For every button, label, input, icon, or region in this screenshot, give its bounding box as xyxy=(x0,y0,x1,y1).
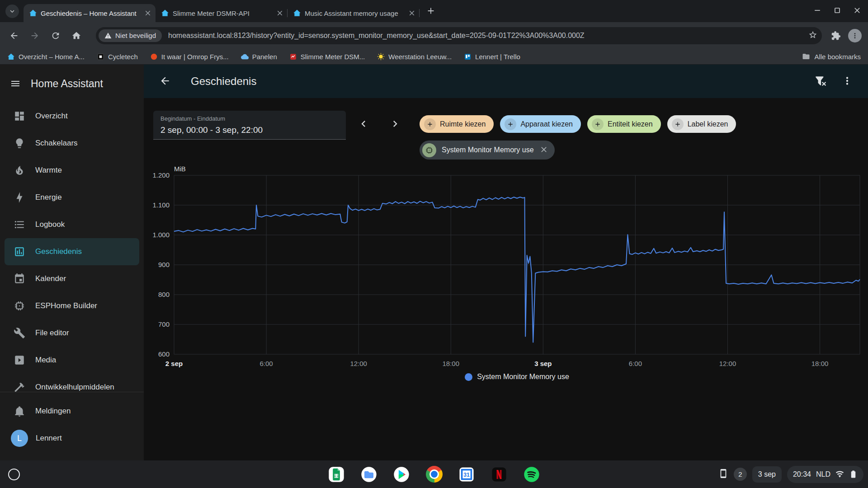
svg-text:600: 600 xyxy=(158,350,170,358)
tab-close-icon[interactable] xyxy=(276,9,284,17)
tab-close-icon[interactable] xyxy=(144,9,152,17)
bookmark-lennert-trello[interactable]: Lennert | Trello xyxy=(464,53,520,61)
spotify-icon xyxy=(523,465,541,483)
entity-filter-chip[interactable]: System Monitor Memory use xyxy=(420,141,555,160)
sidebar-item-file-editor[interactable]: File editor xyxy=(5,319,139,347)
bookmark-weerstation-leeuw[interactable]: Weerstation Leeuw... xyxy=(377,53,452,61)
sidebar-item-icon xyxy=(14,381,25,392)
tab-close-icon[interactable] xyxy=(408,9,416,17)
clock: 20:34 xyxy=(793,470,811,479)
calendar-date-button[interactable]: 3 sep xyxy=(752,466,782,483)
home-button[interactable] xyxy=(69,28,84,43)
previous-period-button[interactable] xyxy=(354,114,373,134)
play-icon xyxy=(392,465,410,483)
browser-tab-geschiedenis-home-assistant[interactable]: Geschiedenis – Home Assistant xyxy=(24,4,156,22)
sidebar-item-icon xyxy=(14,300,25,312)
bookmark-star-button[interactable] xyxy=(808,30,817,41)
bookmark-favicon xyxy=(241,53,249,61)
shelf-app-spotify[interactable] xyxy=(522,465,542,484)
filter-chip-apparaat-kiezen[interactable]: Apparaat kiezen xyxy=(500,115,581,133)
svg-text:18:00: 18:00 xyxy=(442,360,459,367)
home-assistant-favicon xyxy=(161,9,169,17)
shelf-app-chrome[interactable] xyxy=(424,465,444,484)
launcher-button[interactable] xyxy=(8,469,20,480)
bookmarks-bar: Overzicht – Home A... Cycletech It waar … xyxy=(0,49,868,65)
svg-text:3 sep: 3 sep xyxy=(534,360,552,367)
entity-chip-remove-button[interactable] xyxy=(539,145,548,155)
shelf-app-files[interactable] xyxy=(359,465,379,484)
legend-dot xyxy=(465,373,472,381)
sidebar-header: Home Assistant xyxy=(0,65,144,103)
window-close-button[interactable] xyxy=(853,6,862,16)
browser-tab-music-assistant-memory-usage[interactable]: Music Assistant memory usage xyxy=(288,4,420,22)
window-maximize-button[interactable] xyxy=(833,6,842,16)
bookmark-it-waar-omrop-frys[interactable]: It waar | Omrop Frys... xyxy=(150,53,229,61)
sidebar-item-esphome-builder[interactable]: ESPHome Builder xyxy=(5,292,139,319)
page-back-button[interactable] xyxy=(159,75,171,88)
bookmark-label: Lennert | Trello xyxy=(475,53,520,61)
forward-button[interactable] xyxy=(27,28,42,43)
shelf-app-sheets[interactable] xyxy=(326,465,346,484)
date-range-label: Begindatum - Einddatum xyxy=(160,115,339,122)
chart-legend[interactable]: System Monitor Memory use xyxy=(174,373,860,381)
entity-icon-circle xyxy=(422,143,436,157)
sidebar-item-label: Geschiedenis xyxy=(35,247,82,256)
bookmark-overzicht-home-a[interactable]: Overzicht – Home A... xyxy=(7,53,85,61)
remove-filters-button[interactable] xyxy=(815,75,826,88)
bookmark-label: Panelen xyxy=(252,53,277,61)
next-period-button[interactable] xyxy=(385,114,405,134)
notification-counter[interactable]: 2 xyxy=(734,468,747,481)
chrome-icon xyxy=(426,466,443,483)
all-bookmarks-button[interactable]: Alle bookmarks xyxy=(802,52,861,61)
window-minimize-button[interactable] xyxy=(813,6,822,16)
sidebar-item-label: Ontwikkelhulpmiddelen xyxy=(35,383,114,392)
sidebar-item-meldingen[interactable]: Meldingen xyxy=(5,398,139,425)
tab-search-button[interactable] xyxy=(5,5,19,18)
page-title: Geschiedenis xyxy=(191,75,815,88)
shelf-app-play[interactable] xyxy=(392,465,411,484)
sidebar-item-overzicht[interactable]: Overzicht xyxy=(5,103,139,130)
bookmark-label: Overzicht – Home A... xyxy=(19,53,85,61)
browser-menu-button[interactable] xyxy=(848,29,862,42)
arrow-left-icon xyxy=(159,75,171,87)
app-title: Home Assistant xyxy=(31,78,103,90)
menu-icon[interactable] xyxy=(10,78,21,89)
extensions-button[interactable] xyxy=(828,28,844,43)
browser-tab-slimme-meter-dsmr-api[interactable]: Slimme Meter DSMR-API xyxy=(156,4,288,22)
bookmark-panelen[interactable]: Panelen xyxy=(241,53,277,61)
close-icon xyxy=(539,145,548,154)
filter-chip-ruimte-kiezen[interactable]: Ruimte kiezen xyxy=(420,115,494,133)
filter-chip-entiteit-kiezen[interactable]: Entiteit kiezen xyxy=(587,115,661,133)
system-tray-button[interactable]: 20:34 NLD xyxy=(787,466,863,483)
bookmark-slimme-meter-dsm[interactable]: Slimme Meter DSM... xyxy=(289,53,365,61)
chromeos-shelf: 2 3 sep 20:34 NLD xyxy=(0,460,868,488)
sidebar-nav: Overzicht Schakelaars Warmte Energie Log… xyxy=(0,103,144,392)
address-bar[interactable]: Niet beveiligd homeassistant.local:8123/… xyxy=(96,27,822,44)
back-button[interactable] xyxy=(6,28,22,43)
new-tab-button[interactable] xyxy=(425,5,437,17)
page-header: Geschiedenis xyxy=(144,65,868,98)
security-chip[interactable]: Niet beveiligd xyxy=(99,29,162,42)
close-icon xyxy=(853,6,862,15)
battery-icon xyxy=(849,470,858,479)
shelf-app-netflix[interactable] xyxy=(489,465,509,484)
reload-button[interactable] xyxy=(48,28,63,43)
sidebar-item-media[interactable]: Media xyxy=(5,347,139,374)
date-range-field[interactable]: Begindatum - Einddatum 2 sep, 00:00 - 3 … xyxy=(153,111,346,140)
sidebar-item-icon xyxy=(14,164,25,176)
sidebar-item-schakelaars[interactable]: Schakelaars xyxy=(5,130,139,157)
sidebar-item-energie[interactable]: Energie xyxy=(5,184,139,211)
home-assistant-app: Home Assistant Overzicht Schakelaars War… xyxy=(0,65,868,460)
shelf-app-gcal[interactable] xyxy=(457,465,476,484)
sidebar-user[interactable]: L Lennert xyxy=(5,425,139,452)
bookmark-cycletech[interactable]: Cycletech xyxy=(97,53,138,61)
sidebar-item-geschiedenis[interactable]: Geschiedenis xyxy=(5,238,139,265)
sidebar-item-warmte[interactable]: Warmte xyxy=(5,157,139,184)
sidebar-item-kalender[interactable]: Kalender xyxy=(5,265,139,292)
phone-hub-button[interactable] xyxy=(718,469,728,480)
overflow-menu-button[interactable] xyxy=(841,75,853,88)
sidebar-item-logbook[interactable]: Logbook xyxy=(5,211,139,238)
sidebar-item-ontwikkelhulpmiddelen[interactable]: Ontwikkelhulpmiddelen xyxy=(5,374,139,392)
filter-chip-label-kiezen[interactable]: Label kiezen xyxy=(667,115,736,133)
history-chart[interactable]: 6007008009001.0001.1001.2002 sep6:0012:0… xyxy=(144,169,868,376)
